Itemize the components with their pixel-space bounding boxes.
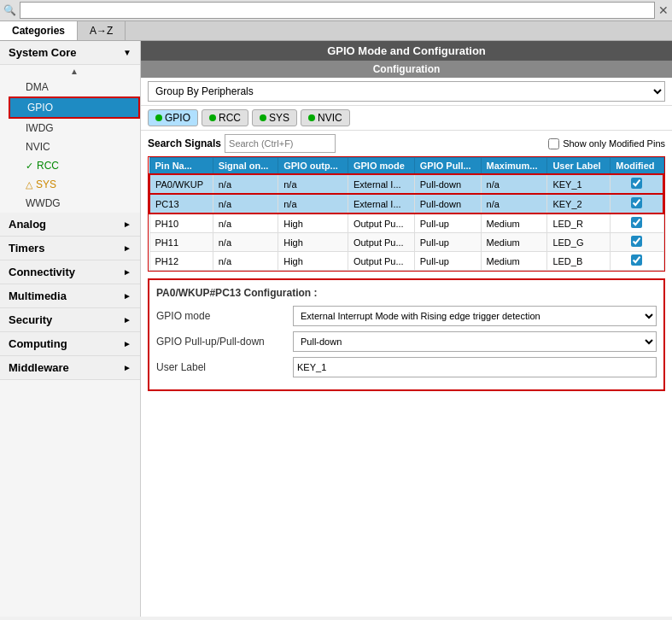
sidebar-section-multimedia: Multimedia ► bbox=[0, 284, 140, 308]
sidebar-section-header-analog[interactable]: Analog ► bbox=[0, 213, 140, 237]
cell-gpio-mode: External I... bbox=[348, 194, 414, 213]
cell-maximum: n/a bbox=[481, 194, 547, 213]
sidebar-item-rcc[interactable]: ✓ RCC bbox=[9, 156, 140, 175]
sidebar-section-header-connectivity[interactable]: Connectivity ► bbox=[0, 260, 140, 284]
config-row-gpio-mode: GPIO mode External Interrupt Mode with R… bbox=[156, 306, 657, 326]
analog-label: Analog bbox=[9, 218, 46, 231]
chevron-down-icon: ▼ bbox=[123, 48, 131, 57]
sidebar-item-gpio[interactable]: GPIO bbox=[9, 97, 140, 119]
sidebar-section-header-timers[interactable]: Timers ► bbox=[0, 237, 140, 260]
table-row[interactable]: PH12 n/a High Output Pu... Pull-up Mediu… bbox=[149, 252, 663, 271]
cell-gpio-output: High bbox=[278, 213, 348, 233]
cell-gpio-output: High bbox=[278, 252, 348, 271]
search-input[interactable] bbox=[20, 2, 655, 19]
user-label-value bbox=[293, 357, 657, 377]
gpio-tab-gpio[interactable]: GPIO bbox=[148, 109, 198, 126]
sidebar-item-sys[interactable]: △ SYS bbox=[9, 175, 140, 194]
tab-categories[interactable]: Categories bbox=[0, 21, 78, 40]
sidebar-item-dma[interactable]: DMA bbox=[9, 78, 140, 97]
config-header: Configuration bbox=[141, 61, 672, 78]
search-signals-group: Search Signals bbox=[148, 134, 336, 153]
close-icon[interactable]: ✕ bbox=[658, 3, 669, 17]
gpio-mode-select[interactable]: External Interrupt Mode with Rising edge… bbox=[293, 306, 657, 326]
cell-modified bbox=[611, 233, 663, 252]
search-signals-input[interactable] bbox=[225, 134, 336, 153]
modified-checkbox-2[interactable] bbox=[631, 197, 642, 208]
cell-pin: PH10 bbox=[149, 213, 213, 233]
multimedia-label: Multimedia bbox=[9, 290, 67, 302]
sidebar-section-header-middleware[interactable]: Middleware ► bbox=[0, 356, 140, 380]
cell-modified bbox=[611, 252, 663, 271]
group-by-select[interactable]: Group By Peripherals bbox=[148, 81, 665, 102]
config-label: Configuration bbox=[373, 63, 441, 75]
security-label: Security bbox=[9, 313, 52, 326]
gpio-tab-rcc[interactable]: RCC bbox=[202, 109, 248, 126]
system-core-label: System Core bbox=[9, 46, 76, 59]
tab-atoz[interactable]: A→Z bbox=[78, 21, 126, 40]
th-gpio-mode: GPIO mode bbox=[348, 158, 414, 175]
cell-signal: n/a bbox=[213, 213, 278, 233]
sidebar-section-security: Security ► bbox=[0, 308, 140, 332]
cell-gpio-pull: Pull-up bbox=[414, 252, 481, 271]
cell-gpio-output: n/a bbox=[278, 174, 348, 194]
table-row[interactable]: PH10 n/a High Output Pu... Pull-up Mediu… bbox=[149, 213, 663, 233]
gpio-pull-select[interactable]: Pull-down bbox=[293, 331, 657, 352]
user-label-label: User Label bbox=[156, 361, 293, 373]
signals-row: Search Signals Show only Modified Pins bbox=[141, 131, 672, 156]
sidebar-section-header-computing[interactable]: Computing ► bbox=[0, 332, 140, 356]
sidebar-section-computing: Computing ► bbox=[0, 332, 140, 356]
config-row-user-label: User Label bbox=[156, 357, 657, 377]
cell-pin: PH12 bbox=[149, 252, 213, 271]
cell-signal: n/a bbox=[213, 252, 278, 271]
group-by-row: Group By Peripherals bbox=[141, 78, 672, 106]
nvic-dot bbox=[308, 114, 315, 121]
th-maximum: Maximum... bbox=[481, 158, 547, 175]
sidebar-section-connectivity: Connectivity ► bbox=[0, 260, 140, 284]
chevron-right-icon-timers: ► bbox=[123, 243, 131, 253]
table-row[interactable]: PC13 n/a n/a External I... Pull-down n/a… bbox=[149, 194, 663, 213]
gpio-tab-label: GPIO bbox=[165, 112, 190, 124]
user-label-input[interactable] bbox=[293, 357, 657, 377]
pin-table-container: Pin Na... Signal on... GPIO outp... GPIO… bbox=[148, 156, 665, 272]
cell-user-label: LED_B bbox=[547, 252, 611, 271]
cell-maximum: Medium bbox=[481, 252, 547, 271]
cell-gpio-mode: Output Pu... bbox=[348, 252, 414, 271]
check-icon: ✓ bbox=[26, 161, 33, 172]
sidebar-item-nvic[interactable]: NVIC bbox=[9, 137, 140, 156]
rcc-tab-label: RCC bbox=[219, 112, 241, 124]
modified-checkbox-3[interactable] bbox=[631, 217, 642, 228]
cell-gpio-mode: Output Pu... bbox=[348, 233, 414, 252]
sidebar-section-header-multimedia[interactable]: Multimedia ► bbox=[0, 284, 140, 308]
gpio-mode-value: External Interrupt Mode with Rising edge… bbox=[293, 306, 657, 326]
table-row[interactable]: PH11 n/a High Output Pu... Pull-up Mediu… bbox=[149, 233, 663, 252]
chevron-right-icon-middleware: ► bbox=[123, 363, 131, 372]
cell-pin: PA0/WKUP bbox=[149, 174, 213, 194]
cell-signal: n/a bbox=[213, 174, 278, 194]
show-modified-checkbox[interactable] bbox=[548, 138, 559, 149]
gpio-pull-value: Pull-down bbox=[293, 331, 657, 352]
modified-checkbox-5[interactable] bbox=[631, 254, 642, 266]
sys-dot bbox=[260, 114, 266, 121]
gpio-tab-sys[interactable]: SYS bbox=[252, 109, 297, 126]
cell-signal: n/a bbox=[213, 233, 278, 252]
sidebar-section-middleware: Middleware ► bbox=[0, 356, 140, 380]
sidebar-section-header-security[interactable]: Security ► bbox=[0, 308, 140, 332]
sidebar-section-header-system-core[interactable]: System Core ▼ bbox=[0, 41, 140, 65]
cell-modified bbox=[611, 174, 663, 194]
cell-maximum: Medium bbox=[481, 213, 547, 233]
chevron-right-icon-analog: ► bbox=[123, 219, 131, 229]
sys-label: SYS bbox=[36, 178, 56, 190]
bottom-config-panel: PA0/WKUP#PC13 Configuration : GPIO mode … bbox=[148, 278, 665, 391]
wwdg-label: WWDG bbox=[26, 197, 61, 209]
modified-checkbox-4[interactable] bbox=[631, 236, 642, 247]
chevron-right-icon-security: ► bbox=[123, 315, 131, 325]
modified-checkbox-1[interactable] bbox=[631, 178, 642, 189]
gpio-tab-nvic[interactable]: NVIC bbox=[301, 109, 350, 126]
chevron-right-icon-computing: ► bbox=[123, 339, 131, 348]
sidebar-section-timers: Timers ► bbox=[0, 237, 140, 260]
sidebar-item-iwdg[interactable]: IWDG bbox=[9, 119, 140, 137]
table-row[interactable]: PA0/WKUP n/a n/a External I... Pull-down… bbox=[149, 174, 663, 194]
cell-gpio-pull: Pull-up bbox=[414, 233, 481, 252]
rcc-dot bbox=[209, 114, 216, 121]
sidebar-item-wwdg[interactable]: WWDG bbox=[9, 194, 140, 213]
